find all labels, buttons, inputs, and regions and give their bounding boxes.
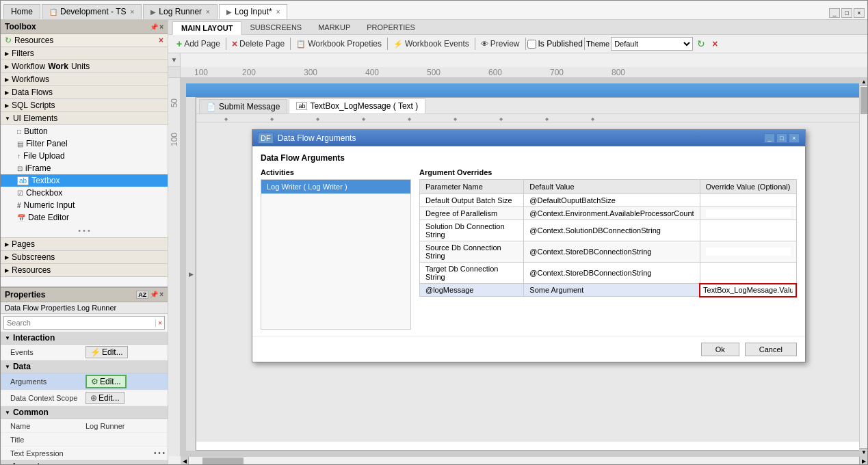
page-left-indicator[interactable]: ▶ — [186, 97, 196, 451]
tab-dev-close[interactable]: × — [131, 8, 135, 16]
dialog-close-button[interactable]: × — [789, 133, 800, 143]
section-resources[interactable]: ▶ Resources — [1, 264, 168, 277]
canvas-tab-textbox-log[interactable]: ab TextBox_LogMessage ( Text ) — [289, 98, 425, 114]
prop-section-interaction[interactable]: ▼ Interaction — [1, 332, 168, 345]
delete-page-button[interactable]: × Delete Page — [228, 37, 289, 51]
resources-close-icon[interactable]: × — [159, 36, 163, 45]
scroll-track[interactable] — [860, 86, 867, 448]
tab-log-runner[interactable]: ▶ Log Runner × — [143, 4, 218, 19]
resources-refresh-icon[interactable]: ↻ — [5, 36, 12, 45]
log-runner-icon: ▶ — [150, 8, 156, 16]
row1-override[interactable] — [700, 207, 796, 220]
preview-icon: 👁 — [481, 40, 488, 48]
ui-item-textbox[interactable]: ab Textbox — [1, 174, 168, 187]
dcs-edit-button[interactable]: ⊕ Edit... — [86, 392, 124, 404]
section-ui-elements[interactable]: ▼ UI Elements — [1, 112, 168, 125]
section-data-flows[interactable]: ▶ Data Flows — [1, 86, 168, 99]
arguments-edit-button[interactable]: ⚙ Edit... — [86, 375, 127, 388]
window-close[interactable]: × — [854, 8, 865, 18]
nav-tab-main-layout[interactable]: MAIN LAYOUT — [172, 21, 241, 35]
scroll-up-btn[interactable]: ▲ — [860, 78, 867, 86]
ui-item-numeric-input[interactable]: # Numeric Input — [1, 199, 168, 211]
cancel-button[interactable]: × — [709, 38, 720, 49]
row5-override[interactable] — [700, 284, 796, 297]
toolbox-panel: Toolbox 📌 × ↻ Resources × ▶ Filters — [1, 20, 168, 464]
search-box[interactable]: × — [3, 316, 165, 330]
window-maximize[interactable]: □ — [841, 8, 852, 18]
tab-logrunner-label: Log Runner — [159, 7, 202, 16]
ui-item-filter-panel[interactable]: ▤ Filter Panel — [1, 137, 168, 150]
ui-item-file-upload[interactable]: ↑ File Upload — [1, 150, 168, 162]
subscreens-label: Subscreens — [12, 252, 55, 262]
row5-override-input[interactable] — [703, 286, 793, 294]
search-input[interactable] — [4, 319, 155, 327]
section-sql-scripts[interactable]: ▶ SQL Scripts — [1, 99, 168, 112]
section-workflow-work-units[interactable]: ▶ Workflow Work Units — [1, 60, 168, 73]
toolbar-sep1 — [226, 38, 226, 50]
section-workflows[interactable]: ▶ Workflows — [1, 73, 168, 86]
ui-item-button[interactable]: □ Button — [1, 125, 168, 137]
dialog-minimize-button[interactable]: _ — [764, 133, 775, 143]
canvas-scrollbar-right[interactable]: ▲ ▼ — [859, 78, 867, 456]
date-editor-icon: 📅 — [17, 214, 25, 222]
canvas-tab-submit-message[interactable]: 📄 Submit Message — [199, 99, 287, 114]
props-sort-icon[interactable]: AZ — [136, 291, 148, 299]
text-expr-more-icon[interactable]: • • • — [154, 449, 165, 457]
search-clear-icon[interactable]: × — [155, 319, 164, 327]
window-minimize[interactable]: _ — [829, 8, 840, 18]
is-published-checkbox[interactable] — [527, 40, 536, 49]
refresh-button[interactable]: ↻ — [694, 38, 708, 49]
ui-item-checkbox[interactable]: ☑ Checkbox — [1, 187, 168, 199]
activity-item-log-writer[interactable]: Log Writer ( Log Writer ) — [261, 180, 410, 194]
scroll-right-btn[interactable]: ▶ — [859, 457, 867, 464]
theme-select[interactable]: Default — [611, 37, 693, 51]
scroll-down-btn[interactable]: ▼ — [860, 448, 867, 456]
dialog-maximize-button[interactable]: □ — [776, 133, 787, 143]
toolbox-close-icon[interactable]: × — [159, 23, 163, 31]
h-scroll-thumb[interactable] — [202, 457, 244, 464]
add-page-button[interactable]: + Add Page — [172, 37, 224, 51]
row0-override-input[interactable] — [706, 196, 791, 204]
row3-override[interactable] — [700, 241, 796, 263]
toolbox-pin-icon[interactable]: 📌 — [150, 23, 158, 31]
canvas-scrollbar-bottom[interactable]: ◀ ▶ — [181, 456, 867, 464]
row4-override[interactable] — [700, 263, 796, 284]
workbook-properties-button[interactable]: 📋 Workbook Propeties — [292, 38, 386, 50]
section-pages[interactable]: ▶ Pages — [1, 237, 168, 251]
row3-override-input[interactable] — [706, 248, 791, 256]
expand-panel-button[interactable]: ▼ — [168, 53, 181, 67]
prop-row-data-context-scope: Data Context Scope ⊕ Edit... — [1, 390, 168, 406]
nav-tab-markup[interactable]: MARKUP — [310, 21, 358, 34]
row2-override-input[interactable] — [706, 226, 791, 235]
row0-override[interactable] — [700, 194, 796, 207]
prop-section-data[interactable]: ▼ Data — [1, 360, 168, 373]
tab-home[interactable]: Home — [3, 4, 40, 19]
section-subscreens[interactable]: ▶ Subscreens — [1, 251, 168, 264]
tab-logrunner-close[interactable]: × — [206, 8, 210, 16]
events-edit-button[interactable]: ⚡ Edit... — [86, 346, 128, 358]
scroll-left-btn[interactable]: ◀ — [181, 457, 189, 464]
dialog-cancel-button[interactable]: Cancel — [745, 343, 797, 356]
tab-loginput-close[interactable]: × — [276, 8, 280, 16]
ui-item-date-editor[interactable]: 📅 Date Editor — [1, 211, 168, 224]
h-scroll-track[interactable] — [189, 457, 859, 464]
prop-section-common[interactable]: ▼ Common — [1, 406, 168, 419]
props-pin-icon[interactable]: 📌 — [150, 291, 158, 299]
tab-log-input[interactable]: ▶ Log Input* × — [219, 4, 288, 19]
row2-override[interactable] — [700, 220, 796, 241]
row1-override-input[interactable] — [706, 209, 791, 217]
section-filters[interactable]: ▶ Filters — [1, 47, 168, 60]
prop-section-layout[interactable]: ▼ Layout — [1, 460, 168, 464]
tab-development-ts[interactable]: 📋 Development - TS × — [42, 4, 142, 19]
row4-override-input[interactable] — [706, 269, 791, 277]
table-row: Target Db Connection String @Context.Sto… — [420, 263, 797, 284]
scroll-thumb[interactable] — [860, 87, 867, 114]
workbook-events-button[interactable]: ⚡ Workbook Events — [389, 38, 473, 50]
nav-tab-subscreens[interactable]: SUBSCREENS — [241, 21, 310, 34]
dialog-ok-button[interactable]: Ok — [701, 343, 739, 356]
name-prop-value: Log Runner — [86, 422, 125, 430]
props-close-icon[interactable]: × — [159, 291, 163, 299]
nav-tab-properties[interactable]: PROPERTIES — [358, 21, 423, 34]
preview-button[interactable]: 👁 Preview — [477, 38, 524, 50]
ui-item-iframe[interactable]: ⊡ iFrame — [1, 162, 168, 174]
